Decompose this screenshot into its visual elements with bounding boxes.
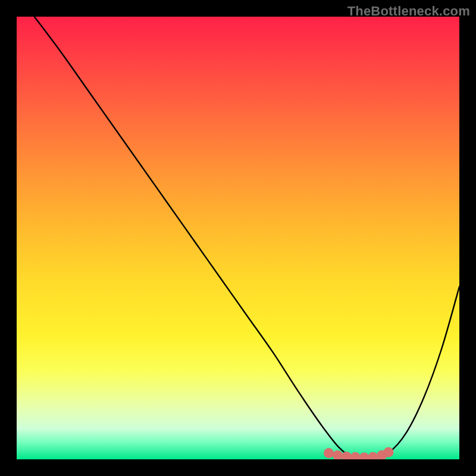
marker-point <box>324 448 334 458</box>
marker-point <box>383 447 393 458</box>
bottleneck-curve <box>35 17 459 458</box>
watermark-text: TheBottleneck.com <box>347 4 470 19</box>
marker-point <box>350 452 361 459</box>
marker-point <box>342 452 352 459</box>
chart-svg <box>17 17 459 459</box>
chart-container: TheBottleneck.com <box>0 0 476 476</box>
marker-point <box>368 452 378 459</box>
marker-point <box>333 450 343 459</box>
marker-point <box>359 453 369 459</box>
optimal-range-markers <box>324 447 393 459</box>
plot-area <box>17 17 459 459</box>
